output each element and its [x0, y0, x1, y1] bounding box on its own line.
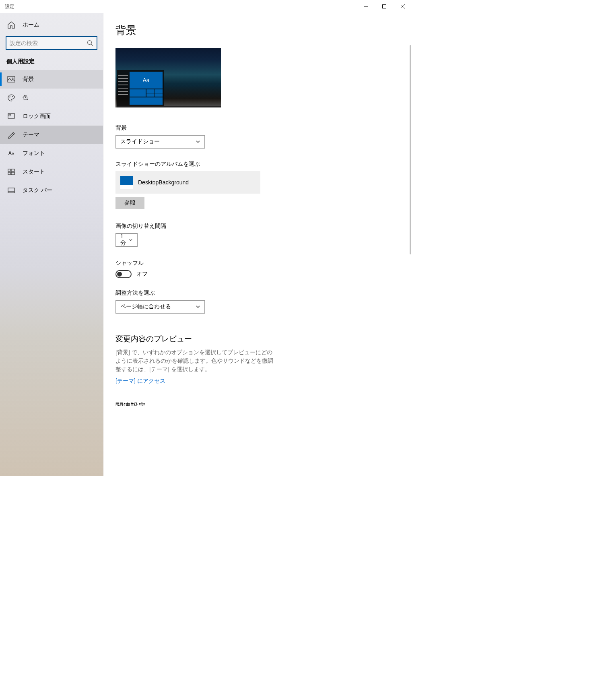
nav-label: スタート [23, 168, 45, 176]
nav-label: 背景 [23, 76, 34, 83]
main-content: 背景 Aa 背景 スライドショー スライドショーのアルバムを選ぶ Desktop [103, 13, 412, 476]
lockscreen-icon [7, 112, 15, 120]
search-input[interactable] [10, 40, 87, 46]
shuffle-label: シャッフル [115, 260, 400, 267]
interval-dropdown[interactable]: 1 分 [115, 233, 138, 247]
svg-point-4 [9, 97, 10, 97]
related-heading: 関連設定 [115, 401, 400, 406]
interval-label: 画像の切り替え間隔 [115, 223, 400, 230]
start-icon [7, 168, 15, 176]
nav-label: 色 [23, 94, 28, 101]
sidebar-item-background[interactable]: 背景 [0, 70, 103, 89]
background-dropdown[interactable]: スライドショー [115, 135, 205, 149]
theme-icon [7, 131, 15, 139]
sidebar-home-label: ホーム [23, 21, 39, 29]
background-label: 背景 [115, 124, 400, 132]
sidebar: ホーム 個人用設定 背景 色 ロック画面 [0, 13, 103, 476]
minimize-icon [364, 4, 368, 8]
fit-value: ページ幅に合わせる [120, 303, 171, 310]
page-title: 背景 [115, 23, 400, 37]
sidebar-item-lockscreen[interactable]: ロック画面 [0, 107, 103, 126]
maximize-icon [382, 4, 386, 8]
nav-label: タスク バー [23, 187, 52, 194]
palette-icon [7, 94, 15, 102]
svg-rect-10 [11, 169, 14, 171]
browse-button[interactable]: 参照 [115, 197, 144, 209]
search-box[interactable] [6, 36, 97, 50]
maximize-button[interactable] [375, 0, 394, 13]
window-title: 設定 [0, 3, 14, 10]
sidebar-item-themes[interactable]: テーマ [0, 126, 103, 144]
desktop-preview: Aa [115, 48, 221, 107]
font-icon: AA [7, 149, 15, 157]
preview-sample-text: Aa [130, 72, 163, 89]
close-button[interactable] [394, 0, 412, 13]
chevron-down-icon [129, 237, 133, 242]
svg-point-6 [12, 96, 13, 97]
nav-label: テーマ [23, 131, 39, 138]
window-controls [357, 0, 412, 13]
svg-rect-12 [11, 172, 14, 175]
preview-heading: 変更内容のプレビュー [115, 334, 400, 344]
close-icon [401, 4, 405, 8]
scrollbar[interactable] [410, 45, 411, 254]
svg-point-1 [88, 41, 92, 45]
minimize-button[interactable] [357, 0, 375, 13]
chevron-down-icon [196, 304, 200, 309]
svg-rect-0 [383, 5, 386, 8]
search-icon [87, 40, 93, 46]
svg-rect-11 [8, 172, 10, 175]
svg-rect-13 [8, 188, 14, 193]
album-name: DesktopBackground [138, 179, 189, 186]
svg-rect-8 [9, 114, 11, 116]
svg-point-3 [12, 78, 14, 79]
folder-icon [120, 176, 133, 189]
sidebar-section-heading: 個人用設定 [0, 55, 103, 70]
fit-dropdown[interactable]: ページ幅に合わせる [115, 300, 205, 314]
album-card[interactable]: DesktopBackground [115, 171, 260, 194]
sidebar-item-start[interactable]: スタート [0, 163, 103, 181]
background-value: スライドショー [120, 138, 160, 145]
titlebar: 設定 [0, 0, 412, 13]
interval-value: 1 分 [120, 233, 129, 247]
album-label: スライドショーのアルバムを選ぶ [115, 161, 400, 168]
nav-label: ロック画面 [23, 113, 51, 120]
svg-point-5 [10, 96, 11, 97]
taskbar-icon [7, 186, 15, 194]
fit-label: 調整方法を選ぶ [115, 289, 400, 297]
sidebar-item-colors[interactable]: 色 [0, 89, 103, 107]
shuffle-value: オフ [136, 271, 148, 278]
sidebar-item-taskbar[interactable]: タスク バー [0, 181, 103, 200]
svg-rect-9 [8, 169, 10, 171]
chevron-down-icon [196, 139, 200, 144]
preview-help-text: [背景] で、いずれかのオプションを選択してプレビューにどのように表示されるのか… [115, 348, 276, 374]
nav-label: フォント [23, 150, 45, 157]
sidebar-home[interactable]: ホーム [0, 17, 103, 33]
theme-link[interactable]: [テーマ] にアクセス [115, 378, 165, 385]
home-icon [7, 21, 15, 29]
shuffle-toggle[interactable] [115, 270, 132, 278]
picture-icon [7, 75, 15, 83]
sidebar-item-fonts[interactable]: AA フォント [0, 144, 103, 163]
